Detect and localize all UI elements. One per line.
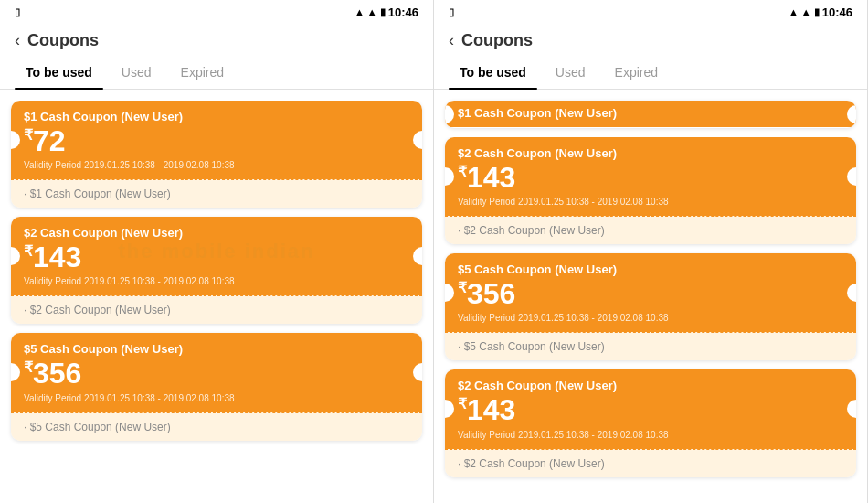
status-bar: ▯ ▲ ▲ ▮ 10:46	[0, 0, 433, 22]
coupon-description: · $5 Cash Coupon (New User)	[11, 412, 422, 441]
wifi-icon: ▲	[789, 6, 799, 17]
header: ‹ Coupons	[0, 22, 433, 58]
sim-icon: ▯	[15, 6, 20, 18]
tabs: To be used Used Expired	[0, 58, 433, 90]
coupon-top: $2 Cash Coupon (New User) ₹143 Validity …	[445, 369, 856, 448]
coupon-validity: Validity Period 2019.01.25 10:38 - 2019.…	[458, 313, 843, 323]
coupon-list[interactable]: $2 Cash Coupon (New User) ₹143 Validity …	[434, 137, 867, 503]
coupon-card[interactable]: $5 Cash Coupon (New User) ₹356 Validity …	[445, 253, 856, 360]
header: ‹ Coupons	[434, 22, 867, 58]
coupon-card[interactable]: $2 Cash Coupon (New User) ₹143 Validity …	[445, 137, 856, 244]
coupon-name: $2 Cash Coupon (New User)	[458, 379, 843, 392]
battery-icon: ▮	[814, 6, 820, 18]
partial-coupon-card: $1 Cash Coupon (New User)	[445, 101, 856, 128]
partial-coupon-top: $1 Cash Coupon (New User)	[445, 101, 856, 127]
tab-expired[interactable]: Expired	[604, 58, 669, 89]
currency-symbol: ₹	[24, 127, 33, 143]
coupon-amount: ₹356	[458, 278, 843, 310]
coupon-card[interactable]: $5 Cash Coupon (New User) ₹356 Validity …	[11, 333, 422, 440]
status-icons: ▲ ▲ ▮ 10:46	[789, 5, 852, 19]
currency-symbol: ₹	[24, 244, 33, 260]
status-left: ▯	[449, 6, 454, 18]
coupon-top: $5 Cash Coupon (New User) ₹356 Validity …	[445, 253, 856, 332]
coupon-top: $2 Cash Coupon (New User) ₹143 Validity …	[445, 137, 856, 216]
tab-to-be-used[interactable]: To be used	[15, 58, 103, 89]
coupon-description: · $1 Cash Coupon (New User)	[11, 179, 422, 208]
currency-symbol: ₹	[24, 360, 33, 376]
coupon-amount: ₹143	[458, 162, 843, 194]
page-title: Coupons	[27, 31, 99, 50]
coupon-top: $2 Cash Coupon (New User) ₹143 Validity …	[11, 217, 422, 295]
phone-panel-left: ▯ ▲ ▲ ▮ 10:46 ‹ Coupons To be used Used …	[0, 0, 434, 503]
coupon-name: $1 Cash Coupon (New User)	[24, 110, 409, 123]
coupon-top: $5 Cash Coupon (New User) ₹356 Validity …	[11, 333, 422, 412]
coupon-name: $5 Cash Coupon (New User)	[24, 342, 409, 356]
phone-panel-right: ▯ ▲ ▲ ▮ 10:46 ‹ Coupons To be used Used …	[434, 0, 868, 503]
partial-coupon-name: $1 Cash Coupon (New User)	[458, 106, 843, 120]
coupon-card[interactable]: $2 Cash Coupon (New User) ₹143 Validity …	[11, 217, 422, 324]
coupon-top: $1 Cash Coupon (New User) ₹72 Validity P…	[11, 101, 422, 179]
coupon-name: $2 Cash Coupon (New User)	[458, 146, 843, 160]
coupon-description: · $5 Cash Coupon (New User)	[445, 332, 856, 360]
coupon-amount: ₹356	[24, 358, 409, 390]
tab-used[interactable]: Used	[545, 58, 597, 89]
coupon-name: $2 Cash Coupon (New User)	[24, 226, 409, 240]
tab-used[interactable]: Used	[111, 58, 163, 89]
tab-to-be-used[interactable]: To be used	[449, 58, 537, 89]
currency-symbol: ₹	[458, 281, 467, 296]
coupon-description: · $2 Cash Coupon (New User)	[445, 216, 856, 244]
status-icons: ▲ ▲ ▮ 10:46	[355, 5, 418, 19]
status-left: ▯	[15, 6, 20, 18]
battery-icon: ▮	[380, 6, 386, 18]
coupon-amount: ₹143	[24, 241, 409, 273]
currency-symbol: ₹	[458, 164, 467, 179]
status-time: 10:46	[388, 5, 418, 19]
coupon-amount: ₹143	[458, 394, 843, 426]
coupon-amount: ₹72	[24, 125, 409, 157]
coupon-card[interactable]: $2 Cash Coupon (New User) ₹143 Validity …	[445, 369, 856, 476]
back-button[interactable]: ‹	[449, 31, 454, 50]
coupon-validity: Validity Period 2019.01.25 10:38 - 2019.…	[458, 430, 843, 440]
signal-icon: ▲	[367, 6, 377, 17]
coupon-validity: Validity Period 2019.01.25 10:38 - 2019.…	[24, 160, 409, 170]
coupon-validity: Validity Period 2019.01.25 10:38 - 2019.…	[24, 276, 409, 286]
tabs: To be used Used Expired	[434, 58, 867, 90]
coupon-name: $5 Cash Coupon (New User)	[458, 262, 843, 276]
wifi-icon: ▲	[355, 6, 365, 17]
status-time: 10:46	[822, 5, 852, 19]
back-button[interactable]: ‹	[15, 31, 20, 50]
signal-icon: ▲	[801, 6, 811, 17]
currency-symbol: ₹	[458, 397, 467, 412]
coupon-validity: Validity Period 2019.01.25 10:38 - 2019.…	[24, 393, 409, 403]
coupon-description: · $2 Cash Coupon (New User)	[445, 449, 856, 477]
coupon-card[interactable]: $1 Cash Coupon (New User) ₹72 Validity P…	[11, 101, 422, 208]
sim-icon: ▯	[449, 6, 454, 18]
tab-expired[interactable]: Expired	[170, 58, 235, 89]
status-bar: ▯ ▲ ▲ ▮ 10:46	[434, 0, 867, 22]
coupon-list[interactable]: $1 Cash Coupon (New User) ₹72 Validity P…	[0, 101, 433, 503]
coupon-validity: Validity Period 2019.01.25 10:38 - 2019.…	[458, 197, 843, 207]
page-title: Coupons	[461, 31, 533, 50]
coupon-description: · $2 Cash Coupon (New User)	[11, 295, 422, 324]
